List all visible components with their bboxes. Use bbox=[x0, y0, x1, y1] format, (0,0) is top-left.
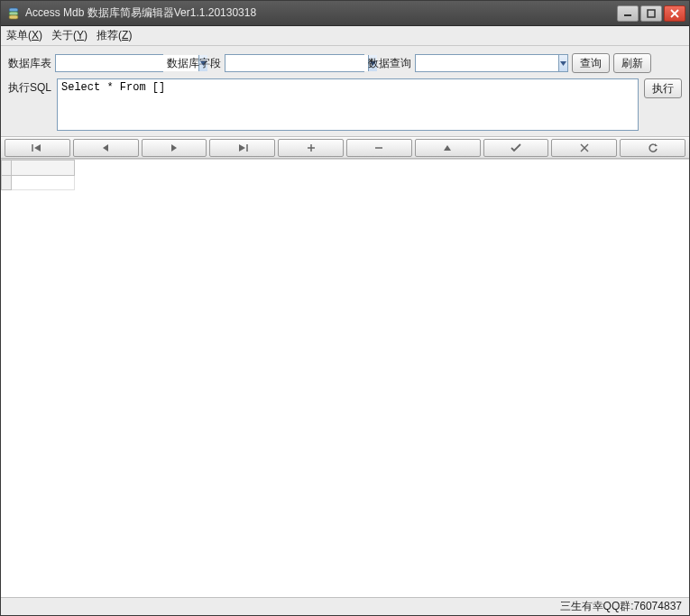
svg-marker-11 bbox=[34, 144, 41, 152]
titlebar: Access Mdb 数据库简易编辑器Ver1.1.20130318 bbox=[1, 1, 689, 26]
menu-item-recommend[interactable]: 推荐(Z) bbox=[97, 28, 132, 43]
sql-textarea[interactable] bbox=[57, 78, 639, 131]
field-input[interactable] bbox=[225, 55, 368, 71]
field-label: 数据库字段 bbox=[167, 56, 221, 71]
table-combo[interactable] bbox=[55, 54, 163, 72]
nav-remove-button[interactable] bbox=[346, 139, 412, 157]
menu-item-about[interactable]: 关于(Y) bbox=[51, 28, 87, 43]
window-controls bbox=[617, 5, 685, 22]
app-icon bbox=[6, 6, 21, 21]
svg-marker-19 bbox=[444, 145, 451, 151]
query-button[interactable]: 查询 bbox=[572, 53, 610, 73]
nav-confirm-button[interactable] bbox=[483, 139, 549, 157]
menubar: 菜单(X) 关于(Y) 推荐(Z) bbox=[1, 26, 689, 46]
statusbar: 三生有幸QQ群:76074837 bbox=[1, 597, 689, 615]
grid-corner[interactable] bbox=[1, 160, 12, 176]
sql-label: 执行SQL bbox=[8, 78, 51, 96]
query-row-sql: 执行SQL 执行 bbox=[8, 78, 682, 131]
svg-marker-22 bbox=[655, 143, 658, 146]
nav-last-button[interactable] bbox=[209, 139, 275, 157]
nav-next-button[interactable] bbox=[142, 139, 207, 157]
svg-rect-2 bbox=[9, 15, 18, 19]
grid-cell[interactable] bbox=[12, 176, 75, 190]
svg-marker-13 bbox=[171, 144, 177, 152]
status-text: 三生有幸QQ群:76074837 bbox=[560, 599, 682, 614]
execute-button[interactable]: 执行 bbox=[644, 78, 682, 98]
svg-marker-14 bbox=[239, 144, 245, 152]
query-row-combos: 数据库表 数据库字段 数据查询 查询 刷 bbox=[8, 53, 682, 73]
query-input[interactable] bbox=[416, 55, 558, 71]
grid-row[interactable] bbox=[1, 176, 689, 190]
query-label: 数据查询 bbox=[368, 56, 411, 71]
query-panel: 数据库表 数据库字段 数据查询 查询 刷 bbox=[1, 46, 689, 137]
nav-refresh-button[interactable] bbox=[620, 139, 685, 157]
app-window: Access Mdb 数据库简易编辑器Ver1.1.20130318 菜单(X)… bbox=[0, 0, 690, 616]
svg-rect-0 bbox=[9, 8, 18, 12]
close-button[interactable] bbox=[664, 5, 685, 22]
svg-marker-12 bbox=[103, 144, 108, 152]
window-title: Access Mdb 数据库简易编辑器Ver1.1.20130318 bbox=[25, 5, 617, 21]
menu-item-main[interactable]: 菜单(X) bbox=[6, 28, 42, 43]
nav-add-button[interactable] bbox=[278, 139, 344, 157]
nav-first-button[interactable] bbox=[5, 139, 70, 157]
grid-row-selector[interactable] bbox=[1, 176, 12, 190]
refresh-button[interactable]: 刷新 bbox=[613, 53, 651, 73]
chevron-down-icon[interactable] bbox=[558, 55, 567, 71]
grid-column-header[interactable] bbox=[12, 160, 75, 176]
grid-header-row bbox=[1, 160, 689, 176]
navigator-toolbar bbox=[1, 137, 689, 159]
field-combo[interactable] bbox=[225, 54, 364, 72]
data-grid[interactable] bbox=[1, 159, 689, 597]
nav-edit-button[interactable] bbox=[415, 139, 481, 157]
nav-prev-button[interactable] bbox=[73, 139, 139, 157]
nav-cancel-button[interactable] bbox=[551, 139, 617, 157]
table-label: 数据库表 bbox=[8, 56, 51, 71]
maximize-button[interactable] bbox=[640, 5, 662, 22]
minimize-button[interactable] bbox=[617, 5, 639, 22]
query-combo[interactable] bbox=[415, 54, 568, 72]
svg-marker-9 bbox=[560, 61, 566, 66]
svg-rect-1 bbox=[9, 12, 18, 15]
svg-rect-4 bbox=[648, 10, 655, 17]
